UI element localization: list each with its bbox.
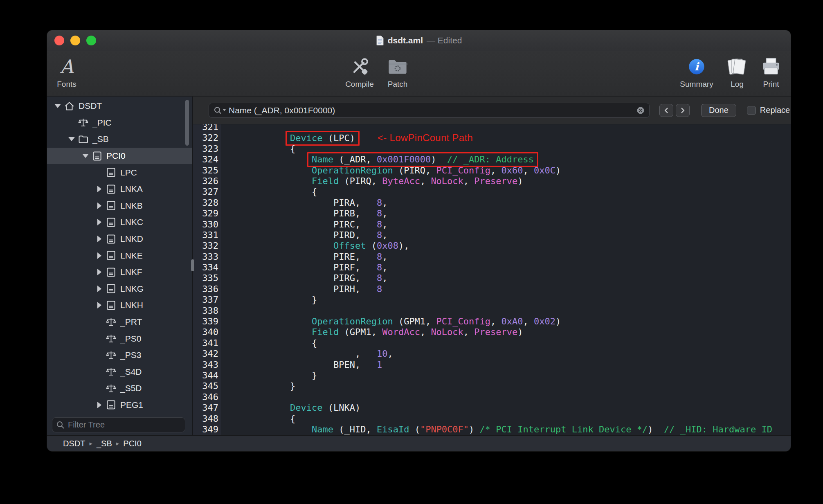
split-divider[interactable]	[192, 97, 193, 435]
code-line-344[interactable]: }	[247, 370, 791, 381]
fonts-button[interactable]: A Fonts	[53, 54, 81, 89]
sidebar-item-s5d[interactable]: _S5D	[47, 380, 192, 397]
sidebar-scrollbar-thumb[interactable]	[185, 100, 189, 146]
sidebar-item-lnkh[interactable]: LNKH	[47, 297, 192, 314]
sidebar-item-lnkg[interactable]: LNKG	[47, 281, 192, 297]
log-button[interactable]: Log	[723, 54, 751, 89]
disclosure-closed-icon[interactable]	[94, 281, 104, 297]
code-line-349[interactable]: Name (_HID, EisaId ("PNP0C0F") /* PCI In…	[247, 424, 791, 435]
sidebar-item-lnkf[interactable]: LNKF	[47, 264, 192, 281]
line-number: 337	[193, 295, 218, 305]
compile-button[interactable]: Compile	[339, 54, 380, 89]
sidebar-item-lnkb[interactable]: LNKB	[47, 198, 192, 214]
sidebar-item-s4d[interactable]: _S4D	[47, 364, 192, 380]
find-previous-button[interactable]	[659, 104, 673, 117]
disclosure-closed-icon[interactable]	[94, 231, 104, 248]
close-button[interactable]	[54, 36, 64, 45]
zoom-button[interactable]	[86, 36, 96, 45]
code-token: PIRE,	[247, 252, 377, 262]
code-line-346[interactable]	[247, 392, 791, 403]
code-line-335[interactable]: PIRG, 8,	[247, 273, 791, 284]
disclosure-closed-icon[interactable]	[94, 297, 104, 314]
disclosure-open-icon[interactable]	[81, 148, 90, 164]
line-number: 329	[193, 208, 218, 219]
disclosure-open-icon[interactable]	[53, 98, 63, 115]
sidebar-item-ps0[interactable]: _PS0	[47, 330, 192, 347]
sidebar-item-peg1[interactable]: PEG1	[47, 397, 192, 414]
find-next-button[interactable]	[676, 104, 690, 117]
sidebar-item-lnkc[interactable]: LNKC	[47, 214, 192, 231]
disclosure-closed-icon[interactable]	[94, 181, 104, 198]
search-options-icon[interactable]	[213, 106, 227, 115]
code-line-339[interactable]: OperationRegion (GPM1, PCI_Config, 0xA0,…	[247, 316, 791, 327]
code-token: PIRC,	[247, 219, 377, 230]
code-line-347[interactable]: Device (LNKA)	[247, 403, 791, 413]
code-line-325[interactable]: OperationRegion (PIRQ, PCI_Config, 0x60,…	[247, 165, 791, 176]
disclosure-open-icon[interactable]	[67, 131, 76, 148]
sidebar-item-sb[interactable]: _SB	[47, 131, 192, 148]
done-button[interactable]: Done	[701, 104, 736, 117]
code-token: 8	[377, 230, 382, 240]
code-line-328[interactable]: PIRA, 8,	[247, 198, 791, 208]
code-token: EisaId	[377, 424, 409, 434]
disclosure-closed-icon[interactable]	[94, 397, 104, 414]
line-number: 324	[193, 154, 218, 165]
edited-indicator: — Edited	[427, 36, 462, 45]
code-line-327[interactable]: {	[247, 187, 791, 197]
search-field[interactable]: Name (_ADR, 0x001F0000)	[209, 103, 650, 118]
code-line-333[interactable]: PIRE, 8,	[247, 252, 791, 262]
minimize-button[interactable]	[70, 36, 80, 45]
code-line-330[interactable]: PIRC, 8,	[247, 219, 791, 230]
code-line-345[interactable]: }	[247, 381, 791, 392]
code-editor[interactable]: 3213223233243253263273283293303313323333…	[193, 124, 791, 435]
code-line-341[interactable]: {	[247, 338, 791, 349]
sidebar-item-dsdt[interactable]: DSDT	[47, 98, 192, 115]
code-line-322[interactable]: Device (LPC)<- LowPinCount Path	[247, 133, 791, 143]
breadcrumb-item[interactable]: DSDT	[63, 439, 85, 448]
replace-checkbox[interactable]	[747, 106, 756, 115]
sidebar-item-ps3[interactable]: _PS3	[47, 347, 192, 364]
code-line-338[interactable]	[247, 306, 791, 316]
sidebar-item-lnka[interactable]: LNKA	[47, 181, 192, 198]
code-token: }	[247, 381, 295, 391]
sidebar-item-lnkd[interactable]: LNKD	[47, 231, 192, 248]
code-line-331[interactable]: PIRD, 8,	[247, 230, 791, 241]
code-line-336[interactable]: PIRH, 8	[247, 284, 791, 295]
disclosure-closed-icon[interactable]	[94, 264, 104, 281]
print-button[interactable]: Print	[756, 54, 787, 89]
patch-button[interactable]: Patch	[381, 54, 414, 89]
code-token: ,	[387, 349, 393, 359]
disclosure-closed-icon[interactable]	[94, 247, 104, 264]
code-line-343[interactable]: BPEN, 1	[247, 360, 791, 370]
code-line-337[interactable]: }	[247, 295, 791, 305]
clear-search-button[interactable]	[636, 106, 645, 115]
breadcrumb-item[interactable]: PCI0	[123, 439, 141, 448]
search-query[interactable]: Name (_ADR, 0x001F0000)	[229, 106, 634, 115]
filter-tree-field[interactable]: Filter Tree	[52, 417, 185, 432]
code-line-324[interactable]: Name (_ADR, 0x001F0000) // _ADR: Address	[247, 154, 791, 165]
code-line-342[interactable]: , 10,	[247, 349, 791, 359]
code-token: NoLock	[431, 327, 463, 337]
sidebar-item-label: LNKF	[120, 267, 142, 277]
disclosure-closed-icon[interactable]	[94, 214, 104, 231]
summary-button[interactable]: i Summary	[676, 54, 717, 89]
sidebar-item-pci0[interactable]: PCI0	[47, 148, 192, 164]
code-token	[247, 154, 312, 164]
disclosure-closed-icon[interactable]	[94, 198, 104, 214]
sidebar-item-lnke[interactable]: LNKE	[47, 247, 192, 264]
code-line-326[interactable]: Field (PIRQ, ByteAcc, NoLock, Preserve)	[247, 176, 791, 187]
sidebar-item-lpc[interactable]: LPC	[47, 164, 192, 181]
split-handle[interactable]	[191, 259, 194, 271]
sidebar-item-prt[interactable]: _PRT	[47, 314, 192, 331]
sidebar-item-pic[interactable]: _PIC	[47, 115, 192, 131]
breadcrumb-item[interactable]: _SB	[97, 439, 112, 448]
code-line-340[interactable]: Field (GPM1, WordAcc, NoLock, Preserve)	[247, 327, 791, 338]
line-number: 321	[193, 124, 218, 133]
code-line-329[interactable]: PIRB, 8,	[247, 208, 791, 219]
code-area[interactable]: Device (LPC)<- LowPinCount Path { Name (…	[221, 124, 791, 435]
code-line-348[interactable]: {	[247, 414, 791, 424]
code-line-334[interactable]: PIRF, 8,	[247, 262, 791, 273]
code-line-332[interactable]: Offset (0x08),	[247, 241, 791, 251]
code-token: "PNP0C0F"	[420, 424, 469, 434]
code-token: )	[517, 176, 523, 186]
